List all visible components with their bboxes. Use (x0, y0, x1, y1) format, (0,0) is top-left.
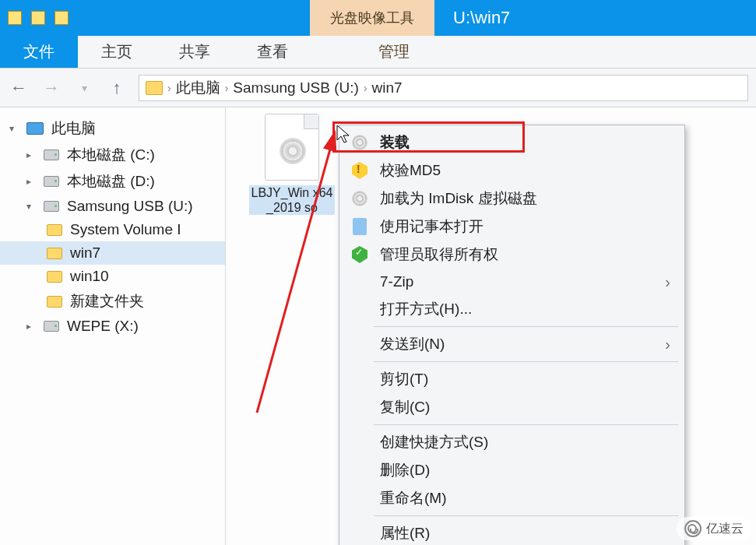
history-dropdown[interactable]: ▾ (73, 77, 95, 99)
separator (374, 361, 678, 362)
crumb-this-pc[interactable]: 此电脑 (176, 78, 220, 98)
ctx-create-shortcut[interactable]: 创建快捷方式(S) (339, 428, 684, 456)
ctx-label: 管理员取得所有权 (380, 244, 498, 265)
tab-share[interactable]: 共享 (156, 36, 234, 68)
ql-icon-3[interactable] (55, 11, 69, 25)
nav-toolbar: ← → ▾ ↑ › 此电脑 › Samsung USB (U:) › win7 (0, 69, 756, 107)
ctx-send-to[interactable]: 发送到(N) › (339, 330, 684, 358)
file-name: LBJY_Win x64_2019 so (249, 185, 335, 215)
ql-icon-2[interactable] (31, 11, 45, 25)
drive-icon (44, 149, 59, 160)
ctx-delete[interactable]: 删除(D) (339, 456, 684, 484)
quick-launch (0, 0, 76, 36)
context-menu: 装载 校验MD5 加载为 ImDisk 虚拟磁盘 使用记事本打开 管理员取得所有… (339, 125, 685, 545)
file-iso[interactable]: LBJY_Win x64_2019 so (249, 114, 335, 215)
ribbon-tabs: 文件 主页 共享 查看 管理 (0, 36, 756, 69)
address-bar[interactable]: › 此电脑 › Samsung USB (U:) › win7 (139, 75, 748, 101)
ctx-label: 删除(D) (380, 460, 430, 480)
ctx-label: 打开方式(H)... (380, 299, 472, 319)
folder-icon (47, 224, 62, 236)
tree-label: WEPE (X:) (67, 318, 139, 335)
ctx-open-with[interactable]: 打开方式(H)... (339, 295, 684, 323)
forward-button[interactable]: → (40, 77, 62, 99)
ctx-imdisk[interactable]: 加载为 ImDisk 虚拟磁盘 (339, 185, 684, 213)
disc-icon (350, 189, 369, 208)
crumb-folder[interactable]: win7 (372, 79, 403, 97)
tree-folder-win10[interactable]: win10 (0, 265, 225, 288)
expand-icon[interactable]: ▸ (26, 321, 36, 332)
expand-icon[interactable]: ▸ (26, 176, 36, 187)
shield-check-icon (350, 245, 369, 264)
tab-view[interactable]: 查看 (234, 36, 311, 68)
tree-folder-svi[interactable]: System Volume I (0, 218, 225, 241)
chevron-right-icon: › (364, 82, 367, 94)
ctx-copy[interactable]: 复制(C) (339, 393, 684, 421)
drive-icon (44, 176, 59, 187)
ql-icon-1[interactable] (8, 11, 22, 25)
ctx-properties[interactable]: 属性(R) (339, 519, 684, 545)
ctx-label: 重命名(M) (380, 488, 446, 508)
iso-file-icon (265, 114, 319, 181)
chevron-right-icon: › (665, 273, 670, 291)
tree-drive-c[interactable]: ▸ 本地磁盘 (C:) (0, 142, 225, 168)
collapse-icon[interactable]: ▾ (9, 123, 19, 134)
ctx-label: 创建快捷方式(S) (380, 432, 488, 452)
pc-icon (26, 122, 44, 135)
tree-label: win10 (70, 268, 109, 285)
ctx-label: 剪切(T) (380, 369, 428, 389)
chevron-right-icon: › (167, 82, 171, 94)
tree-label: 本地磁盘 (D:) (67, 171, 155, 192)
folder-icon (47, 296, 62, 308)
folder-icon (47, 248, 62, 259)
ctx-label: 校验MD5 (380, 160, 441, 181)
ctx-admin-ownership[interactable]: 管理员取得所有权 (339, 241, 684, 269)
drive-icon (44, 201, 59, 212)
tree-this-pc[interactable]: ▾ 此电脑 (0, 115, 225, 142)
watermark: 亿速云 (677, 517, 751, 540)
collapse-icon[interactable]: ▾ (26, 201, 36, 212)
watermark-icon (684, 520, 701, 537)
ctx-rename[interactable]: 重命名(M) (339, 484, 684, 512)
ctx-label: 装载 (380, 132, 410, 153)
separator (374, 515, 678, 516)
tree-label: 新建文件夹 (70, 291, 144, 311)
tree-drive-wepe[interactable]: ▸ WEPE (X:) (0, 315, 225, 338)
watermark-text: 亿速云 (706, 521, 744, 537)
ctx-verify-md5[interactable]: 校验MD5 (339, 156, 684, 185)
tree-drive-usb[interactable]: ▾ Samsung USB (U:) (0, 195, 225, 218)
ctx-label: 复制(C) (380, 397, 430, 417)
expand-icon[interactable]: ▸ (26, 149, 36, 160)
ctx-label: 7-Zip (380, 273, 413, 290)
back-button[interactable]: ← (8, 77, 30, 99)
notepad-icon (350, 217, 369, 236)
crumb-drive[interactable]: Samsung USB (U:) (233, 79, 359, 97)
tree-label: 本地磁盘 (C:) (67, 145, 155, 165)
shield-warning-icon (350, 161, 369, 180)
ctx-label: 属性(R) (380, 523, 430, 543)
separator (374, 424, 678, 425)
folder-icon (146, 81, 163, 95)
chevron-right-icon: › (225, 82, 229, 94)
tab-manage[interactable]: 管理 (355, 36, 433, 68)
tree-label: win7 (70, 244, 100, 262)
ctx-open-notepad[interactable]: 使用记事本打开 (339, 213, 684, 241)
nav-tree: ▾ 此电脑 ▸ 本地磁盘 (C:) ▸ 本地磁盘 (D:) ▾ Samsung … (0, 107, 226, 545)
contextual-tab-disc-image-tools: 光盘映像工具 (310, 0, 434, 36)
drive-icon (44, 321, 59, 332)
ctx-label: 发送到(N) (380, 334, 445, 354)
up-button[interactable]: ↑ (106, 77, 128, 99)
tree-drive-d[interactable]: ▸ 本地磁盘 (D:) (0, 168, 225, 195)
ctx-7zip[interactable]: 7-Zip › (339, 269, 684, 295)
tree-folder-win7[interactable]: win7 (0, 241, 225, 265)
tree-label: 此电脑 (51, 118, 96, 139)
ctx-label: 使用记事本打开 (380, 216, 483, 237)
tree-label: System Volume I (70, 221, 181, 238)
tab-home[interactable]: 主页 (78, 36, 156, 68)
window-title-path: U:\win7 (434, 0, 529, 36)
ctx-cut[interactable]: 剪切(T) (339, 365, 684, 393)
tree-folder-new[interactable]: 新建文件夹 (0, 288, 225, 315)
ctx-mount[interactable]: 装载 (339, 128, 684, 156)
tab-file[interactable]: 文件 (0, 36, 78, 68)
window-titlebar: 光盘映像工具 U:\win7 (0, 0, 756, 36)
tree-label: Samsung USB (U:) (67, 198, 193, 215)
